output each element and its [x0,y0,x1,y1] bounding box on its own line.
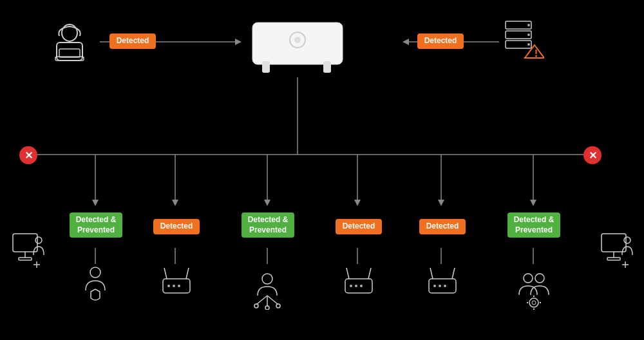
svg-line-65 [256,296,267,305]
svg-point-41 [527,43,530,46]
svg-point-57 [90,267,100,278]
svg-marker-10 [92,200,99,206]
svg-point-85 [529,298,538,307]
svg-rect-35 [59,49,80,57]
svg-point-80 [433,285,436,287]
svg-rect-45 [13,234,37,252]
svg-point-76 [360,285,363,287]
svg-rect-53 [607,258,620,260]
svg-marker-3 [402,39,409,45]
svg-point-84 [535,274,544,283]
badge-5: Detected [419,219,466,234]
svg-rect-77 [429,279,456,293]
svg-point-54 [624,237,630,243]
device-col3-icon [250,269,285,311]
svg-point-48 [35,237,42,243]
svg-line-79 [452,268,455,279]
device-col2-icon [158,263,195,301]
svg-marker-14 [264,200,270,206]
svg-marker-20 [530,200,536,206]
svg-point-82 [444,285,446,287]
left-x-icon: ✕ [19,146,37,164]
svg-rect-51 [601,234,626,252]
svg-point-64 [262,274,272,284]
badge-2: Detected [153,219,200,234]
svg-rect-27 [252,23,343,64]
device-col6-icon [515,269,553,311]
svg-marker-16 [354,200,361,206]
svg-point-39 [527,24,530,26]
svg-marker-42 [525,45,544,58]
svg-line-72 [346,268,349,279]
svg-line-59 [164,268,167,279]
svg-point-62 [173,285,175,287]
svg-line-67 [267,296,278,305]
svg-point-40 [527,33,530,36]
right-x-icon: ✕ [583,146,601,164]
badge-top-left: Detected [109,33,156,49]
svg-point-86 [532,301,536,305]
device-col5-icon [424,263,461,301]
svg-rect-28 [262,61,270,73]
svg-line-73 [368,268,371,279]
svg-line-60 [186,268,189,279]
svg-point-63 [178,285,180,287]
badge-1: Detected &Prevented [70,212,122,238]
svg-marker-18 [438,200,444,206]
badge-3: Detected &Prevented [242,212,294,238]
svg-point-44 [535,55,537,57]
svg-marker-12 [172,200,178,206]
svg-point-31 [294,37,301,43]
device-col4-icon [340,263,377,301]
svg-rect-47 [19,258,32,260]
hub-device [233,0,362,84]
hacker-left-icon [44,18,95,70]
server-right-icon [496,13,547,64]
svg-point-74 [350,285,352,287]
svg-rect-71 [345,279,372,293]
svg-point-83 [524,274,533,283]
svg-point-81 [439,285,441,287]
right-monitor-icon [595,229,637,270]
badge-top-right: Detected [417,33,464,49]
svg-rect-29 [323,61,331,73]
left-monitor-icon [6,229,48,270]
svg-line-78 [430,268,433,279]
svg-rect-58 [163,279,190,293]
svg-point-75 [355,285,357,287]
svg-rect-33 [57,42,82,61]
badge-4: Detected [336,219,382,234]
badge-6: Detected &Prevented [507,212,560,238]
device-col1-icon [76,263,115,305]
svg-point-61 [167,285,170,287]
